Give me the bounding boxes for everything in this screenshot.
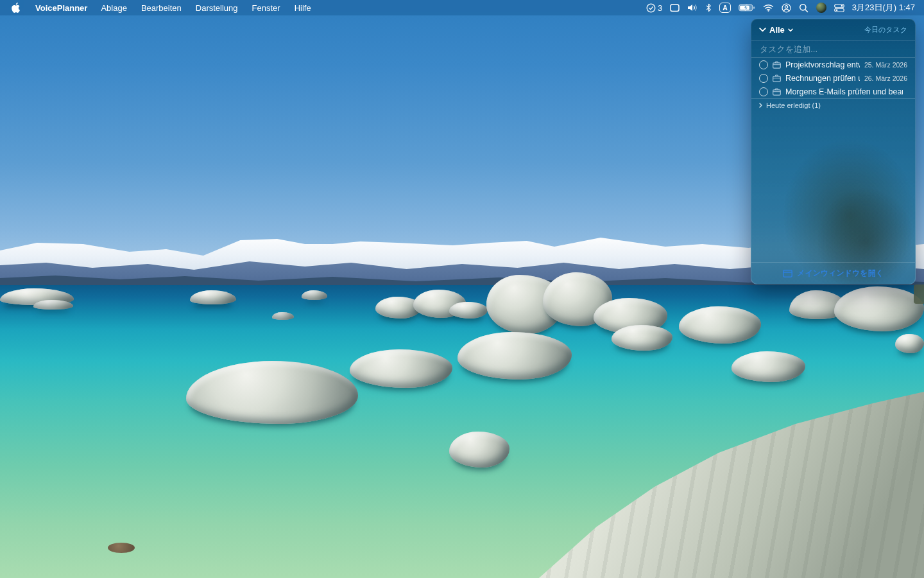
- briefcase-icon: [773, 88, 781, 96]
- bluetooth-menubar-item[interactable]: [706, 3, 712, 12]
- completed-section-label: Heute erledigt (1): [766, 101, 821, 109]
- bluetooth-icon: [706, 3, 712, 12]
- wifi-menubar-item[interactable]: [763, 4, 774, 12]
- menu-ablage[interactable]: Ablage: [94, 3, 133, 13]
- task-row[interactable]: Morgens E-Mails prüfen und beantw...: [751, 85, 915, 98]
- task-title: Morgens E-Mails prüfen und beantw...: [785, 87, 903, 96]
- task-count-badge: 3: [658, 3, 662, 13]
- task-title: Projektvorschlag entw...: [785, 60, 860, 69]
- briefcase-icon: [773, 61, 781, 69]
- shoreline-trees: [914, 285, 924, 304]
- input-source-icon: A: [719, 3, 731, 13]
- apple-icon: [12, 3, 20, 13]
- boulder: [449, 432, 509, 468]
- chevron-down-icon: [759, 28, 766, 32]
- apple-menu[interactable]: [0, 3, 29, 13]
- open-main-window-button[interactable]: メインウィンドウを開く: [783, 268, 884, 279]
- chevron-small-down-icon: [788, 28, 793, 32]
- menu-bar: VoicePlanner Ablage Bearbeiten Darstellu…: [0, 0, 924, 15]
- spotlight-menubar-item[interactable]: [799, 3, 809, 13]
- display-icon: [670, 4, 680, 12]
- boulder: [272, 312, 294, 320]
- task-checkbox[interactable]: [759, 60, 768, 69]
- app-menu-icon: [816, 3, 826, 13]
- voiceplanner-popover: Alle 今日のタスク タスクを追加... Projektvorschlag e…: [751, 19, 916, 285]
- battery-charging-icon: [739, 4, 755, 12]
- menu-fenster[interactable]: Fenster: [245, 3, 287, 13]
- filter-dropdown[interactable]: Alle: [759, 25, 793, 35]
- boulder: [458, 332, 572, 380]
- volume-icon: [687, 4, 698, 12]
- boulder: [350, 349, 452, 388]
- popover-header: Alle 今日のタスク: [751, 19, 915, 40]
- briefcase-icon: [773, 74, 781, 82]
- popover-footer: メインウィンドウを開く: [751, 263, 915, 284]
- task-due-date: 25. März 2026: [864, 61, 907, 69]
- open-main-window-label: メインウィンドウを開く: [797, 268, 884, 279]
- app-menubar-item[interactable]: [816, 3, 826, 13]
- control-center-menubar-item[interactable]: [834, 4, 844, 12]
- user-menubar-item[interactable]: [782, 3, 791, 13]
- task-checkbox[interactable]: [759, 87, 768, 96]
- menu-bearbeiten[interactable]: Bearbeiten: [134, 3, 189, 13]
- app-menu-title[interactable]: VoicePlanner: [29, 3, 94, 13]
- spotlight-search-icon: [799, 3, 809, 13]
- boulder: [449, 302, 488, 319]
- task-check-circle-icon: [646, 3, 656, 13]
- panel-empty-area: [751, 111, 915, 262]
- user-icon: [782, 3, 791, 13]
- voiceplanner-menubar-extra[interactable]: 3: [646, 3, 662, 13]
- task-row[interactable]: Rechnungen prüfen un... 26. März 2026: [751, 71, 915, 85]
- menu-darstellung[interactable]: Darstellung: [189, 3, 245, 13]
- underwater-red-rock: [108, 543, 135, 553]
- boulder: [834, 286, 924, 331]
- task-due-date: 26. März 2026: [864, 74, 907, 82]
- menu-hilfe[interactable]: Hilfe: [287, 3, 318, 13]
- task-row[interactable]: Projektvorschlag entw... 25. März 2026: [751, 58, 915, 71]
- boulder: [33, 300, 73, 310]
- task-list: Projektvorschlag entw... 25. März 2026 R…: [751, 58, 915, 98]
- volume-menubar-item[interactable]: [687, 4, 698, 12]
- display-menubar-item[interactable]: [670, 4, 680, 12]
- window-icon: [783, 270, 792, 277]
- boulder: [612, 325, 672, 351]
- input-source-menubar-item[interactable]: A: [719, 3, 731, 13]
- boulder: [679, 306, 761, 344]
- task-checkbox[interactable]: [759, 74, 768, 83]
- chevron-right-icon: [759, 103, 762, 108]
- completed-section-toggle[interactable]: Heute erledigt (1): [751, 99, 915, 111]
- add-task-input[interactable]: タスクを追加...: [751, 41, 915, 57]
- filter-label: Alle: [769, 25, 785, 35]
- wifi-icon: [763, 4, 774, 12]
- control-center-icon: [834, 4, 844, 12]
- today-tasks-label: 今日のタスク: [864, 25, 907, 35]
- menu-bar-clock[interactable]: 3月23日(月) 1:47: [852, 2, 915, 13]
- boulder: [302, 290, 327, 300]
- boulder: [895, 334, 924, 353]
- task-title: Rechnungen prüfen un...: [785, 74, 860, 83]
- battery-menubar-item[interactable]: [739, 4, 755, 12]
- boulder: [732, 351, 805, 382]
